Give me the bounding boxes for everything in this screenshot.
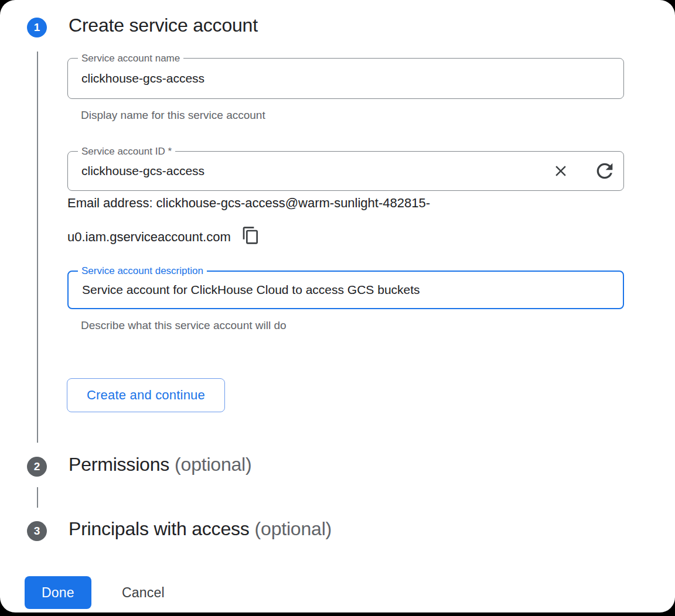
copy-icon — [241, 226, 260, 245]
email-address: Email address: clickhouse-gcs-access@war… — [67, 186, 430, 254]
email-address-line2: u0.iam.gserviceaccount.com — [67, 220, 430, 254]
refresh-icon — [593, 159, 616, 183]
step-3-optional-text: (optional) — [255, 518, 332, 539]
step-connector-line — [37, 52, 38, 443]
clear-icon — [552, 162, 570, 180]
email-address-line1: Email address: clickhouse-gcs-access@war… — [67, 186, 430, 220]
id-field-actions — [549, 159, 616, 183]
service-account-id-label: Service account ID * — [78, 146, 175, 158]
service-account-name-field: Service account name — [67, 58, 624, 99]
service-account-description-input[interactable] — [69, 272, 623, 308]
service-account-description-helper: Describe what this service account will … — [81, 319, 287, 332]
clear-id-button[interactable] — [549, 159, 572, 183]
step-connector-line — [37, 487, 38, 508]
step-1-indicator: 1 — [27, 18, 47, 37]
step-2-title-text: Permissions — [69, 454, 169, 475]
service-account-name-input[interactable] — [68, 59, 623, 98]
service-account-description-label: Service account description — [78, 265, 207, 277]
step-3-title-text: Principals with access — [69, 518, 250, 539]
step-1-title-text: Create service account — [69, 15, 258, 36]
step-2-title: Permissions(optional) — [69, 454, 252, 475]
create-service-account-panel: 1 Create service account Service account… — [0, 0, 675, 612]
create-and-continue-button[interactable]: Create and continue — [67, 378, 225, 412]
done-button[interactable]: Done — [25, 576, 91, 609]
step-3-indicator: 3 — [27, 521, 47, 541]
regenerate-id-button[interactable] — [593, 159, 616, 183]
step-1-title: Create service account — [69, 15, 258, 36]
step-2-optional-text: (optional) — [175, 454, 251, 475]
service-account-name-helper: Display name for this service account — [81, 109, 265, 122]
service-account-name-label: Service account name — [78, 53, 183, 64]
cancel-button[interactable]: Cancel — [116, 576, 171, 609]
service-account-id-field: Service account ID * — [67, 151, 624, 191]
step-3-title: Principals with access(optional) — [69, 518, 332, 540]
service-account-description-field: Service account description — [67, 271, 624, 309]
copy-email-button[interactable] — [241, 226, 260, 245]
step-2-indicator: 2 — [27, 457, 47, 477]
